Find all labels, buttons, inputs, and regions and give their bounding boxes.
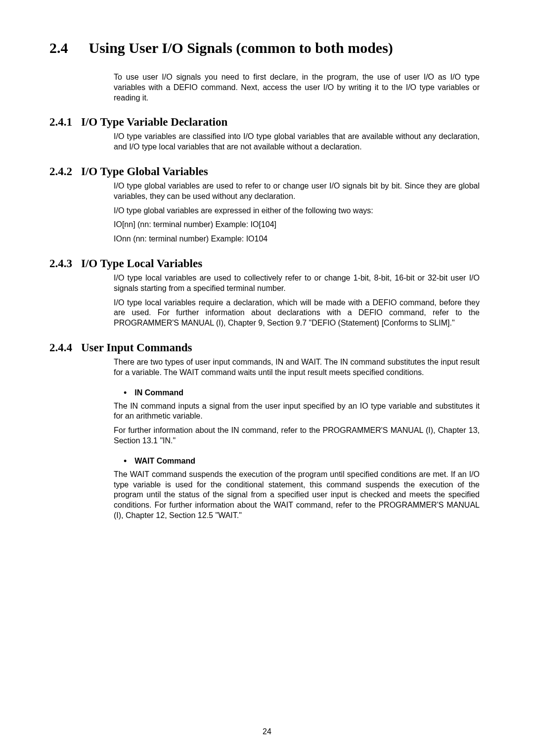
bullet-icon: • (124, 388, 127, 398)
bullet-title: IN Command (134, 388, 183, 397)
paragraph: For further information about the IN com… (114, 425, 480, 446)
paragraph: I/O type global variables are expressed … (114, 206, 480, 216)
code-line: IO[nn] (nn: terminal number) Example: IO… (114, 220, 480, 230)
section-number: 2.4 (49, 40, 68, 56)
subsection-2-4-3: 2.4.3 I/O Type Local Variables (49, 257, 485, 270)
section-intro: To use user I/O signals you need to firs… (114, 72, 480, 103)
bullet-heading-in: • IN Command (124, 388, 485, 398)
subsection-number: 2.4.4 (49, 341, 72, 354)
bullet-heading-wait: • WAIT Command (124, 456, 485, 467)
subsection-heading: I/O Type Global Variables (81, 165, 208, 178)
paragraph: I/O type local variables are used to col… (114, 273, 480, 294)
paragraph: There are two types of user input comman… (114, 357, 480, 378)
paragraph: The WAIT command suspends the execution … (114, 470, 480, 521)
subsection-2-4-1: 2.4.1 I/O Type Variable Declaration (49, 116, 485, 129)
subsection-heading: I/O Type Variable Declaration (81, 116, 227, 129)
subsection-heading: User Input Commands (81, 341, 192, 354)
page-number: 24 (0, 727, 534, 736)
paragraph: I/O type global variables are used to re… (114, 181, 480, 202)
section-heading: Using User I/O Signals (common to both m… (89, 40, 393, 56)
subsection-number: 2.4.1 (49, 116, 72, 129)
section-title: 2.4 Using User I/O Signals (common to bo… (49, 40, 485, 56)
paragraph: I/O type variables are classified into I… (114, 132, 480, 152)
bullet-title: WAIT Command (134, 457, 195, 466)
subsection-heading: I/O Type Local Variables (81, 257, 202, 270)
paragraph: I/O type local variables require a decla… (114, 298, 480, 329)
subsection-number: 2.4.2 (49, 165, 72, 178)
paragraph: The IN command inputs a signal from the … (114, 401, 480, 422)
subsection-2-4-4: 2.4.4 User Input Commands (49, 341, 485, 354)
bullet-icon: • (124, 456, 127, 467)
subsection-2-4-2: 2.4.2 I/O Type Global Variables (49, 165, 485, 178)
code-line: IOnn (nn: terminal number) Example: IO10… (114, 234, 480, 244)
subsection-number: 2.4.3 (49, 257, 72, 270)
